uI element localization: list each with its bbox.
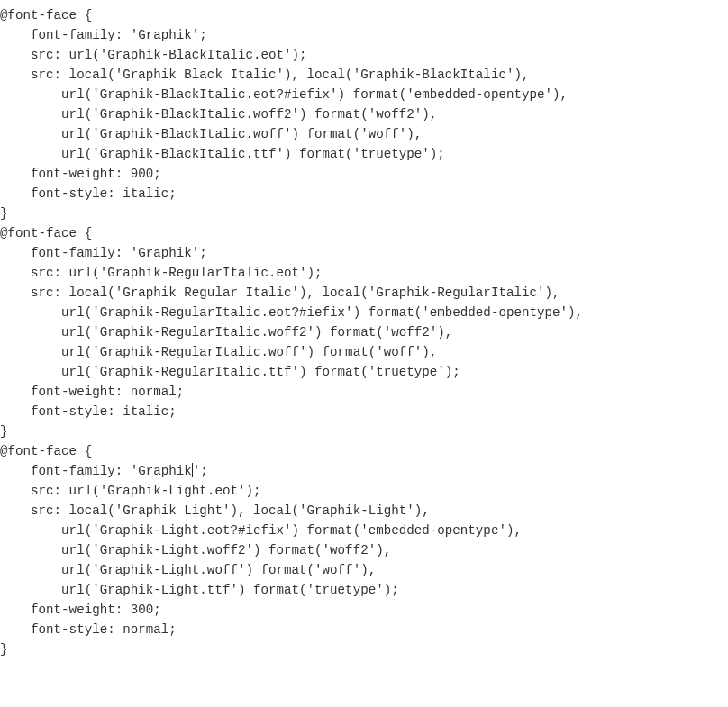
code-line: url('Graphik-BlackItalic.eot?#iefix') fo… [0,85,728,104]
code-line: url('Graphik-RegularItalic.woff') format… [0,342,728,362]
code-line: url('Graphik-BlackItalic.ttf') format('t… [0,144,728,164]
code-line: src: url('Graphik-RegularItalic.eot'); [0,263,728,283]
code-line: font-family: 'Graphik'; [0,461,728,481]
code-line: @font-face { [0,441,728,461]
code-line: src: local('Graphik Regular Italic'), lo… [0,283,728,303]
code-line: } [0,421,728,441]
code-line: url('Graphik-BlackItalic.woff2') format(… [0,104,728,124]
code-line: src: url('Graphik-BlackItalic.eot'); [0,45,728,65]
code-line: font-weight: 300; [0,600,728,620]
code-line: url('Graphik-RegularItalic.woff2') forma… [0,322,728,342]
code-line: font-family: 'Graphik'; [0,243,728,263]
code-line: } [0,204,728,223]
code-line: } [0,639,728,659]
code-line: @font-face { [0,223,728,243]
code-line: font-style: italic; [0,184,728,204]
code-line: url('Graphik-Light.ttf') format('truetyp… [0,580,728,600]
code-line: font-style: normal; [0,620,728,639]
code-line: url('Graphik-Light.woff2') format('woff2… [0,540,728,560]
code-line: @font-face { [0,5,728,25]
code-line: url('Graphik-Light.woff') format('woff')… [0,560,728,580]
code-line: url('Graphik-RegularItalic.eot?#iefix') … [0,303,728,322]
code-line: font-family: 'Graphik'; [0,25,728,45]
code-line: font-style: italic; [0,402,728,421]
code-line: src: local('Graphik Light'), local('Grap… [0,501,728,521]
code-line: font-weight: 900; [0,164,728,184]
code-line: font-weight: normal; [0,382,728,402]
code-block[interactable]: @font-face { font-family: 'Graphik'; src… [0,0,728,659]
code-line: url('Graphik-RegularItalic.ttf') format(… [0,362,728,382]
text-caret [192,463,193,477]
code-line: src: local('Graphik Black Italic'), loca… [0,65,728,85]
code-line: url('Graphik-BlackItalic.woff') format('… [0,124,728,144]
code-line: url('Graphik-Light.eot?#iefix') format('… [0,521,728,540]
code-line: src: url('Graphik-Light.eot'); [0,481,728,501]
